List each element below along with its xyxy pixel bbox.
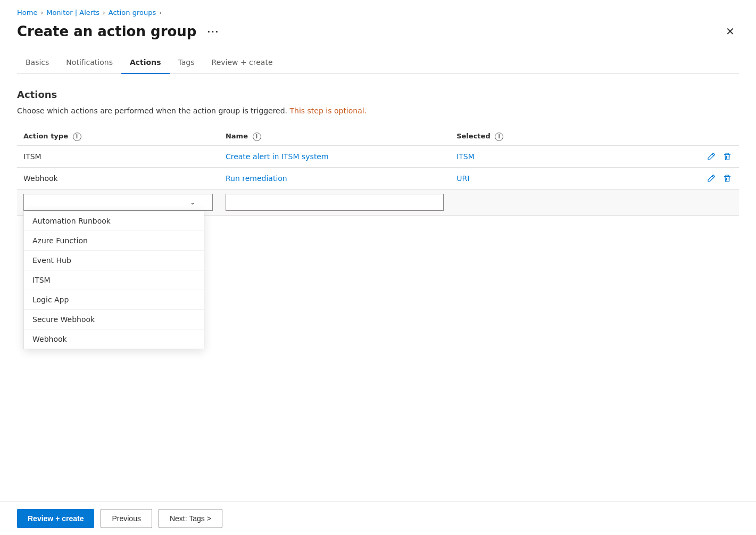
tab-notifications[interactable]: Notifications — [57, 53, 121, 74]
dropdown-item-azure-function[interactable]: Azure Function — [24, 231, 204, 251]
col-header-actions — [652, 128, 739, 145]
breadcrumb-sep-3: › — [159, 9, 162, 17]
row1-row-actions — [652, 145, 739, 167]
row2-edit-button[interactable] — [706, 173, 717, 184]
row1-name: Create alert in ITSM system — [219, 145, 450, 167]
breadcrumb-sep-1: › — [40, 9, 43, 17]
dropdown-item-webhook[interactable]: Webhook — [24, 330, 204, 349]
page-header-left: Create an action group ··· — [17, 23, 223, 40]
previous-button[interactable]: Previous — [101, 509, 152, 528]
close-button[interactable]: ✕ — [721, 23, 739, 40]
col-header-name: Name i — [219, 128, 450, 145]
row2-action-type: Webhook — [17, 167, 219, 189]
row2-row-actions — [652, 167, 739, 189]
tab-bar: Basics Notifications Actions Tags Review… — [17, 53, 739, 74]
dropdown-item-logic-app[interactable]: Logic App — [24, 290, 204, 310]
dropdown-item-itsm[interactable]: ITSM — [24, 270, 204, 290]
table-row: Webhook Run remediation URI — [17, 167, 739, 189]
col-header-selected: Selected i — [450, 128, 652, 145]
row1-action-type: ITSM — [17, 145, 219, 167]
tab-actions[interactable]: Actions — [121, 53, 170, 74]
new-selected-cell — [450, 189, 652, 215]
row2-delete-button[interactable] — [722, 173, 733, 184]
review-create-button[interactable]: Review + create — [17, 509, 94, 528]
new-action-row: ⌄ Automation Runbook Azure Function Even… — [17, 189, 739, 215]
section-desc-text: Choose which actions are performed when … — [17, 106, 287, 115]
page-header: Create an action group ··· ✕ — [17, 23, 739, 40]
breadcrumb-monitor-alerts[interactable]: Monitor | Alerts — [46, 9, 99, 17]
new-action-type-cell: ⌄ Automation Runbook Azure Function Even… — [17, 189, 219, 215]
tab-tags[interactable]: Tags — [170, 53, 203, 74]
row2-selected-value[interactable]: URI — [456, 174, 469, 183]
row2-name: Run remediation — [219, 167, 450, 189]
section-description: Choose which actions are performed when … — [17, 106, 739, 115]
row2-name-link[interactable]: Run remediation — [226, 174, 287, 183]
dropdown-item-event-hub[interactable]: Event Hub — [24, 251, 204, 270]
optional-link: This step is optional. — [290, 106, 367, 115]
next-tags-button[interactable]: Next: Tags > — [159, 509, 222, 528]
breadcrumb-home[interactable]: Home — [17, 9, 37, 17]
action-type-dropdown-container: ⌄ Automation Runbook Azure Function Even… — [23, 194, 213, 211]
row1-name-link[interactable]: Create alert in ITSM system — [226, 152, 329, 161]
row1-selected: ITSM — [450, 145, 652, 167]
tab-review-create[interactable]: Review + create — [203, 53, 281, 74]
action-type-info-icon: i — [73, 133, 81, 141]
section-title: Actions — [17, 89, 739, 100]
breadcrumb-action-groups[interactable]: Action groups — [109, 9, 156, 17]
dropdown-item-secure-webhook[interactable]: Secure Webhook — [24, 310, 204, 330]
selected-info-icon: i — [495, 133, 503, 141]
col-header-action-type: Action type i — [17, 128, 219, 145]
action-type-dropdown-menu: Automation Runbook Azure Function Event … — [23, 211, 204, 349]
dropdown-item-automation-runbook[interactable]: Automation Runbook — [24, 211, 204, 231]
new-name-input[interactable] — [226, 194, 444, 211]
row1-edit-button[interactable] — [706, 151, 717, 162]
new-name-cell — [219, 189, 450, 215]
breadcrumb: Home › Monitor | Alerts › Action groups … — [17, 9, 739, 17]
table-row: ITSM Create alert in ITSM system ITSM — [17, 145, 739, 167]
row2-selected: URI — [450, 167, 652, 189]
footer: Review + create Previous Next: Tags > — [0, 501, 756, 535]
tab-basics[interactable]: Basics — [17, 53, 57, 74]
row1-selected-value[interactable]: ITSM — [456, 152, 475, 161]
actions-table: Action type i Name i Selected i ITSM C — [17, 128, 739, 216]
chevron-down-icon: ⌄ — [190, 199, 195, 206]
action-type-select-button[interactable]: ⌄ — [23, 194, 213, 211]
row1-delete-button[interactable] — [722, 151, 733, 162]
page-title: Create an action group — [17, 23, 196, 39]
more-options-button[interactable]: ··· — [203, 23, 223, 40]
new-actions-cell — [652, 189, 739, 215]
breadcrumb-sep-2: › — [103, 9, 105, 17]
name-info-icon: i — [253, 133, 261, 141]
